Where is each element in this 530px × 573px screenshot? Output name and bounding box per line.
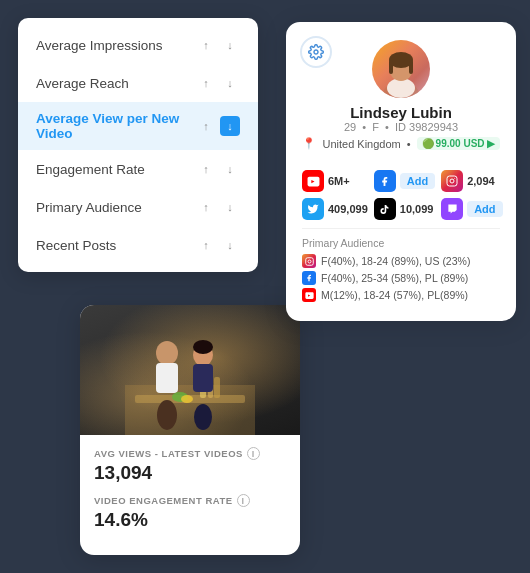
sort-up-btn[interactable]: ↑ — [196, 73, 216, 93]
sort-down-btn-active[interactable]: ↓ — [220, 116, 240, 136]
sort-arrows: ↑ ↓ — [196, 35, 240, 55]
audience-yt-text: M(12%), 18-24 (57%), PL(89%) — [321, 289, 468, 301]
sort-panel: Average Impressions ↑ ↓ Average Reach ↑ … — [18, 18, 258, 272]
twitter-count: 409,099 — [328, 203, 368, 215]
avg-views-label: AVG VIEWS - LATEST VIDEOS i — [94, 447, 286, 460]
audience-row-0: F(40%), 18-24 (89%), US (23%) — [302, 254, 500, 268]
svg-point-22 — [194, 404, 212, 430]
sort-up-btn[interactable]: ↑ — [196, 197, 216, 217]
sort-down-btn[interactable]: ↓ — [220, 73, 240, 93]
sort-row-recent-posts[interactable]: Recent Posts ↑ ↓ — [18, 226, 258, 264]
avatar — [372, 40, 430, 98]
sort-up-btn[interactable]: ↑ — [196, 235, 216, 255]
audience-fb-text: F(40%), 25-34 (58%), PL (89%) — [321, 272, 468, 284]
sort-row-audience[interactable]: Primary Audience ↑ ↓ — [18, 188, 258, 226]
audience-row-1: F(40%), 25-34 (58%), PL (89%) — [302, 271, 500, 285]
sort-up-btn[interactable]: ↑ — [196, 35, 216, 55]
sort-label: Average View per New Video — [36, 111, 196, 141]
engagement-label: VIDEO ENGAGEMENT RATE i — [94, 494, 286, 507]
thumbnail-scene — [125, 325, 255, 435]
svg-point-25 — [181, 395, 193, 403]
profile-meta: 29 • F • ID 39829943 — [344, 121, 458, 133]
audience-ig-text: F(40%), 18-24 (89%), US (23%) — [321, 255, 470, 267]
twitter-icon — [302, 198, 324, 220]
audience-section: Primary Audience F(40%), 18-24 (89%), US… — [302, 228, 500, 302]
youtube-stat[interactable]: 6M+ — [302, 170, 368, 192]
avg-views-value: 13,094 — [94, 462, 286, 484]
sort-label: Average Impressions — [36, 38, 163, 53]
svg-rect-12 — [125, 385, 255, 435]
instagram-stat[interactable]: 2,094 — [441, 170, 502, 192]
youtube-count: 6M+ — [328, 175, 350, 187]
tiktok-count: 10,099 — [400, 203, 434, 215]
sort-down-btn[interactable]: ↓ — [220, 159, 240, 179]
sort-label: Primary Audience — [36, 200, 142, 215]
sort-row-reach[interactable]: Average Reach ↑ ↓ — [18, 64, 258, 102]
facebook-icon — [374, 170, 396, 192]
engagement-info-icon[interactable]: i — [237, 494, 250, 507]
tiktok-icon — [374, 198, 396, 220]
profile-name: Lindsey Lubin — [350, 104, 452, 121]
sort-down-btn[interactable]: ↓ — [220, 197, 240, 217]
gear-icon — [308, 44, 324, 60]
avatar-image — [372, 46, 430, 98]
svg-point-8 — [450, 179, 454, 183]
svg-point-11 — [308, 260, 311, 263]
separator: • — [407, 138, 411, 150]
sort-label: Recent Posts — [36, 238, 116, 253]
audience-title: Primary Audience — [302, 237, 500, 249]
svg-rect-21 — [193, 364, 213, 392]
svg-rect-7 — [447, 176, 457, 186]
svg-point-17 — [156, 341, 178, 365]
audience-fb-icon — [302, 271, 316, 285]
twitch-add[interactable]: Add — [467, 201, 502, 217]
tiktok-stat[interactable]: 10,099 — [374, 198, 435, 220]
youtube-icon — [302, 170, 324, 192]
gear-button[interactable] — [300, 36, 332, 68]
video-card: AVG VIEWS - LATEST VIDEOS i 13,094 VIDEO… — [80, 305, 300, 555]
sort-row-engagement[interactable]: Engagement Rate ↑ ↓ — [18, 150, 258, 188]
sort-up-btn[interactable]: ↑ — [196, 116, 216, 136]
svg-rect-16 — [214, 377, 220, 398]
twitch-stat[interactable]: Add — [441, 198, 502, 220]
location-pin-icon: 📍 — [302, 137, 316, 150]
audience-yt-icon — [302, 288, 316, 302]
twitch-icon — [441, 198, 463, 220]
avg-views-info-icon[interactable]: i — [247, 447, 260, 460]
sort-arrows: ↑ ↓ — [196, 235, 240, 255]
sort-label: Average Reach — [36, 76, 129, 91]
svg-point-19 — [157, 400, 177, 430]
svg-rect-6 — [409, 60, 413, 74]
svg-rect-18 — [156, 363, 178, 393]
svg-rect-5 — [389, 60, 393, 74]
currency-badge: 🟢 99.00 USD ▶ — [417, 137, 500, 150]
svg-point-9 — [454, 178, 455, 179]
sort-arrows: ↑ ↓ — [196, 116, 240, 136]
sort-row-impressions[interactable]: Average Impressions ↑ ↓ — [18, 26, 258, 64]
sort-down-btn[interactable]: ↓ — [220, 35, 240, 55]
svg-rect-10 — [305, 257, 313, 265]
svg-point-0 — [314, 50, 318, 54]
engagement-value: 14.6% — [94, 509, 286, 531]
video-thumbnail — [80, 305, 300, 435]
instagram-icon — [441, 170, 463, 192]
video-stats: AVG VIEWS - LATEST VIDEOS i 13,094 VIDEO… — [80, 435, 300, 555]
profile-card: Lindsey Lubin 29 • F • ID 39829943 📍 Uni… — [286, 22, 516, 321]
facebook-add[interactable]: Add — [400, 173, 435, 189]
audience-row-2: M(12%), 18-24 (57%), PL(89%) — [302, 288, 500, 302]
twitter-stat[interactable]: 409,099 — [302, 198, 368, 220]
svg-point-23 — [193, 340, 213, 354]
sort-label: Engagement Rate — [36, 162, 145, 177]
sort-row-avg-view[interactable]: Average View per New Video ↑ ↓ — [18, 102, 258, 150]
sort-arrows: ↑ ↓ — [196, 159, 240, 179]
sort-arrows: ↑ ↓ — [196, 197, 240, 217]
sort-down-btn[interactable]: ↓ — [220, 235, 240, 255]
social-stats-grid: 6M+ Add 2,094 409,099 10 — [302, 170, 500, 220]
facebook-stat[interactable]: Add — [374, 170, 435, 192]
profile-location: 📍 United Kingdom • 🟢 99.00 USD ▶ — [302, 137, 499, 150]
instagram-count: 2,094 — [467, 175, 495, 187]
sort-arrows: ↑ ↓ — [196, 73, 240, 93]
audience-ig-icon — [302, 254, 316, 268]
sort-up-btn[interactable]: ↑ — [196, 159, 216, 179]
